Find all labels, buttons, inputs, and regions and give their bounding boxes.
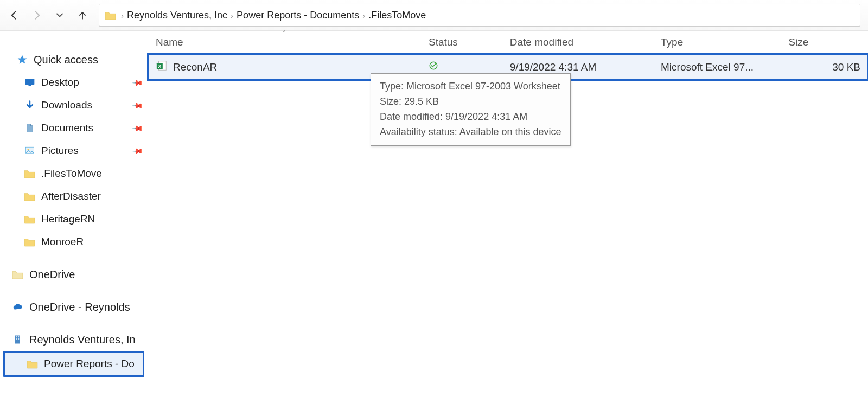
column-header-size[interactable]: Size <box>781 31 868 54</box>
pin-icon: 📌 <box>131 99 144 111</box>
column-header-label: Type <box>661 36 683 48</box>
sidebar-item-heritage-rn[interactable]: HeritageRN <box>0 208 148 231</box>
forward-button[interactable] <box>29 8 44 23</box>
star-icon <box>16 54 28 66</box>
sidebar-item-label: Documents <box>41 122 93 134</box>
folder-icon <box>24 190 36 202</box>
sidebar-item-pictures[interactable]: Pictures 📌 <box>0 139 148 162</box>
svg-rect-2 <box>29 85 31 86</box>
folder-icon <box>24 168 36 180</box>
sidebar-item-label: OneDrive <box>29 268 75 281</box>
sort-indicator-icon: ˄ <box>283 30 286 37</box>
column-header-label: Status <box>429 36 458 48</box>
sidebar-item-label: OneDrive - Reynolds <box>29 301 130 314</box>
sidebar-item-onedrive-reynolds[interactable]: OneDrive - Reynolds <box>0 296 148 318</box>
breadcrumb-seg-0[interactable]: Reynolds Ventures, Inc <box>127 10 227 21</box>
column-header-label: Date modified <box>510 36 573 48</box>
navigation-pane: Quick access Desktop 📌 Downloads 📌 Docum… <box>0 31 148 403</box>
status-available-icon <box>429 61 438 73</box>
sidebar-item-reynolds-ventures[interactable]: Reynolds Ventures, In <box>0 328 148 351</box>
sidebar-item-label: HeritageRN <box>41 213 95 225</box>
svg-rect-3 <box>26 147 34 153</box>
sidebar-item-label: MonroeR <box>41 236 84 248</box>
file-tooltip: Type: Microsoft Excel 97-2003 Worksheet … <box>371 73 571 146</box>
sidebar-item-label: .FilesToMove <box>41 168 102 180</box>
sharepoint-icon <box>12 334 24 346</box>
folder-icon <box>24 213 36 225</box>
address-bar[interactable]: › Reynolds Ventures, Inc › Power Reports… <box>99 4 860 27</box>
sidebar-item-downloads[interactable]: Downloads 📌 <box>0 94 148 117</box>
document-icon <box>24 122 36 134</box>
svg-marker-0 <box>18 55 27 64</box>
download-icon <box>24 99 36 111</box>
sidebar-item-label: Desktop <box>41 76 79 88</box>
sidebar-item-label: Pictures <box>41 145 79 157</box>
pin-icon: 📌 <box>131 76 144 88</box>
tooltip-line: Availability status: Available on this d… <box>380 125 561 140</box>
file-name: ReconAR <box>173 61 217 73</box>
up-button[interactable] <box>75 8 90 23</box>
svg-rect-1 <box>25 79 35 85</box>
excel-file-icon: X <box>156 60 168 74</box>
file-size: 30 KB <box>781 54 868 80</box>
sidebar-item-label: Quick access <box>34 54 98 66</box>
chevron-right-icon: › <box>121 11 124 20</box>
file-list: ˄ Name Status Date modified Type Size <box>148 31 868 80</box>
svg-rect-5 <box>15 336 20 344</box>
sidebar-item-documents[interactable]: Documents 📌 <box>0 117 148 139</box>
address-folder-icon <box>104 9 118 21</box>
tooltip-line: Date modified: 9/19/2022 4:31 AM <box>380 110 561 125</box>
pin-icon: 📌 <box>131 121 144 134</box>
breadcrumb-seg-2[interactable]: .FilesToMove <box>368 10 426 21</box>
column-header-date[interactable]: Date modified <box>502 31 653 54</box>
toolbar: › Reynolds Ventures, Inc › Power Reports… <box>0 0 868 31</box>
folder-icon <box>27 358 39 370</box>
svg-rect-9 <box>18 338 19 340</box>
breadcrumb: › Reynolds Ventures, Inc › Power Reports… <box>121 10 426 21</box>
svg-rect-6 <box>16 336 17 337</box>
sidebar-item-power-reports[interactable]: Power Reports - Do <box>3 351 144 377</box>
column-header-label: Name <box>156 36 183 48</box>
svg-rect-7 <box>18 336 19 337</box>
tooltip-line: Size: 29.5 KB <box>380 94 561 110</box>
pin-icon: 📌 <box>131 144 144 157</box>
sidebar-item-label: Power Reports - Do <box>44 358 135 370</box>
sidebar-item-label: AfterDisaster <box>41 190 101 202</box>
chevron-right-icon: › <box>231 11 233 20</box>
back-button[interactable] <box>7 8 22 23</box>
file-type: Microsoft Excel 97... <box>653 54 781 80</box>
desktop-icon <box>24 76 36 88</box>
sidebar-item-files-to-move[interactable]: .FilesToMove <box>0 162 148 185</box>
tooltip-line: Type: Microsoft Excel 97-2003 Worksheet <box>380 79 561 94</box>
cloud-icon <box>12 301 24 313</box>
folder-icon <box>24 236 36 248</box>
chevron-right-icon: › <box>362 11 365 20</box>
sidebar-item-quick-access[interactable]: Quick access <box>0 48 148 71</box>
column-header-name[interactable]: ˄ Name <box>148 31 421 54</box>
file-list-area: ˄ Name Status Date modified Type Size <box>148 31 868 403</box>
main-area: Quick access Desktop 📌 Downloads 📌 Docum… <box>0 31 868 403</box>
recent-locations-dropdown[interactable] <box>52 8 67 23</box>
breadcrumb-seg-1[interactable]: Power Reports - Documents <box>237 10 359 21</box>
nav-buttons <box>0 8 97 23</box>
sidebar-item-monroe-r[interactable]: MonroeR <box>0 231 148 253</box>
sidebar-item-label: Reynolds Ventures, In <box>29 334 136 346</box>
svg-text:X: X <box>158 64 162 69</box>
sidebar-item-desktop[interactable]: Desktop 📌 <box>0 71 148 94</box>
folder-icon <box>12 268 24 280</box>
column-header-type[interactable]: Type <box>653 31 781 54</box>
pictures-icon <box>24 145 36 157</box>
column-header-status[interactable]: Status <box>421 31 502 54</box>
sidebar-item-label: Downloads <box>41 99 92 111</box>
column-header-label: Size <box>788 36 808 48</box>
sidebar-item-after-disaster[interactable]: AfterDisaster <box>0 185 148 208</box>
sidebar-item-onedrive[interactable]: OneDrive <box>0 263 148 286</box>
svg-rect-8 <box>16 338 17 340</box>
